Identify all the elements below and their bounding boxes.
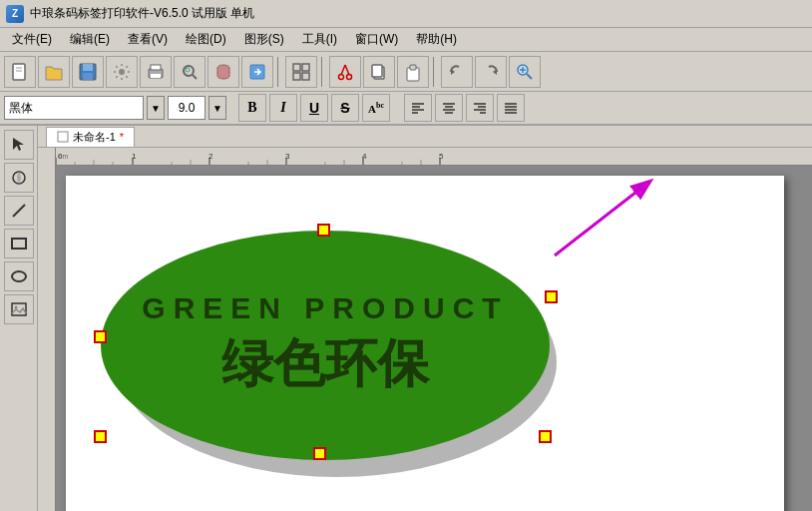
canvas-workspace[interactable]: GREEN PRODUCT 绿色环保 xyxy=(56,166,812,511)
svg-marker-27 xyxy=(451,69,455,75)
canvas-area: 未命名-1 * 0 cm 1 xyxy=(38,126,812,511)
menu-help[interactable]: 帮助(H) xyxy=(408,29,465,50)
title-bar: Z 中琅条码标签打印软件-V6.5.0 试用版 单机 xyxy=(0,0,812,28)
menu-view[interactable]: 查看(V) xyxy=(120,29,176,50)
bold-button[interactable]: B xyxy=(238,94,266,122)
horizontal-ruler: 0 cm 1 2 3 xyxy=(38,148,812,166)
svg-rect-18 xyxy=(302,73,309,80)
align-left-button[interactable] xyxy=(404,94,432,122)
handle-left-middle[interactable] xyxy=(94,330,107,343)
svg-point-10 xyxy=(184,66,194,76)
menu-draw[interactable]: 绘图(D) xyxy=(178,29,234,50)
svg-rect-56 xyxy=(58,132,68,142)
menu-tools[interactable]: 工具(I) xyxy=(294,29,345,50)
line-tool[interactable] xyxy=(4,196,34,226)
open-button[interactable] xyxy=(38,56,70,88)
ellipse-tool[interactable] xyxy=(4,261,34,291)
image-tool[interactable] xyxy=(4,294,34,324)
handle-bottom-right[interactable] xyxy=(539,430,552,443)
svg-rect-16 xyxy=(302,64,309,71)
cut-button[interactable] xyxy=(329,56,361,88)
green-ellipse[interactable]: GREEN PRODUCT 绿色环保 xyxy=(101,231,550,460)
toolbar-sep2 xyxy=(321,57,325,87)
svg-point-53 xyxy=(12,271,26,281)
font-size-input[interactable]: 9.0 xyxy=(168,96,205,120)
paste-button[interactable] xyxy=(397,56,429,88)
strikethrough-button[interactable]: S xyxy=(331,94,359,122)
align-right-button[interactable] xyxy=(466,94,494,122)
format-bar: 黑体 ▼ 9.0 ▼ B I U S Abc xyxy=(0,92,812,126)
canvas-tab-item[interactable]: 未命名-1 * xyxy=(46,127,135,147)
underline-button[interactable]: U xyxy=(300,94,328,122)
menu-window[interactable]: 窗口(W) xyxy=(347,29,406,50)
svg-rect-8 xyxy=(151,65,161,70)
align-justify-button[interactable] xyxy=(497,94,525,122)
svg-line-82 xyxy=(555,186,644,256)
label-bottom-text: 绿色环保 xyxy=(221,329,429,399)
handle-bottom-left[interactable] xyxy=(94,430,107,443)
settings-button[interactable] xyxy=(106,56,138,88)
menu-shape[interactable]: 图形(S) xyxy=(236,29,292,50)
ruler-svg: 0 cm 1 2 3 xyxy=(56,148,812,165)
vertical-ruler xyxy=(38,166,56,511)
canvas-tab-label: 未命名-1 xyxy=(73,130,116,145)
menu-edit[interactable]: 编辑(E) xyxy=(62,29,118,50)
window-title: 中琅条码标签打印软件-V6.5.0 试用版 单机 xyxy=(30,5,254,22)
font-name-arrow[interactable]: ▼ xyxy=(147,96,165,120)
italic-button[interactable]: I xyxy=(269,94,297,122)
select-tool[interactable] xyxy=(4,130,34,160)
left-toolbar xyxy=(0,126,38,511)
svg-rect-15 xyxy=(293,64,300,71)
svg-line-21 xyxy=(341,65,345,75)
print-button[interactable] xyxy=(140,56,172,88)
svg-point-12 xyxy=(186,68,190,72)
save-button[interactable] xyxy=(72,56,104,88)
menu-file[interactable]: 文件(E) xyxy=(4,29,60,50)
canvas-paper[interactable]: GREEN PRODUCT 绿色环保 xyxy=(66,176,784,511)
rect-tool[interactable] xyxy=(4,229,34,258)
svg-rect-4 xyxy=(83,64,93,71)
abc-button[interactable]: Abc xyxy=(362,94,390,122)
canvas-tab-modified: * xyxy=(120,131,124,143)
zoom-button[interactable] xyxy=(509,56,541,88)
magic-tool[interactable] xyxy=(4,163,34,193)
canvas-tab-bar: 未命名-1 * xyxy=(38,126,812,148)
svg-line-22 xyxy=(345,65,349,75)
svg-rect-26 xyxy=(410,65,416,70)
label-top-text: GREEN PRODUCT xyxy=(142,291,508,325)
svg-point-6 xyxy=(119,69,125,75)
svg-rect-52 xyxy=(12,239,26,249)
svg-marker-28 xyxy=(493,69,497,75)
main-area: 未命名-1 * 0 cm 1 xyxy=(0,126,812,511)
svg-rect-17 xyxy=(293,73,300,80)
handle-top-center[interactable] xyxy=(317,224,330,237)
menu-bar: 文件(E) 编辑(E) 查看(V) 绘图(D) 图形(S) 工具(I) 窗口(W… xyxy=(0,28,812,52)
preview-button[interactable] xyxy=(174,56,205,88)
import-button[interactable] xyxy=(241,56,273,88)
main-toolbar xyxy=(0,52,812,92)
undo-button[interactable] xyxy=(441,56,473,88)
svg-rect-9 xyxy=(151,74,161,78)
font-size-arrow[interactable]: ▼ xyxy=(208,96,226,120)
handle-right-middle[interactable] xyxy=(545,290,558,303)
new-button[interactable] xyxy=(4,56,36,88)
redo-button[interactable] xyxy=(475,56,507,88)
svg-rect-24 xyxy=(372,65,382,77)
svg-point-19 xyxy=(339,74,344,79)
svg-line-30 xyxy=(527,74,532,79)
toolbar-sep3 xyxy=(433,57,437,87)
svg-point-20 xyxy=(347,74,352,79)
align-center-button[interactable] xyxy=(435,94,463,122)
svg-text:cm: cm xyxy=(59,153,69,160)
toolbar-sep1 xyxy=(277,57,281,87)
svg-rect-0 xyxy=(13,64,25,80)
database-button[interactable] xyxy=(207,56,239,88)
handle-bottom-center[interactable] xyxy=(313,447,326,460)
svg-line-51 xyxy=(13,205,25,217)
font-name-dropdown[interactable]: 黑体 xyxy=(4,96,144,120)
grid-button[interactable] xyxy=(285,56,317,88)
svg-rect-5 xyxy=(83,73,93,80)
app-icon: Z xyxy=(6,5,24,23)
svg-point-55 xyxy=(14,306,17,309)
copy-button[interactable] xyxy=(363,56,395,88)
